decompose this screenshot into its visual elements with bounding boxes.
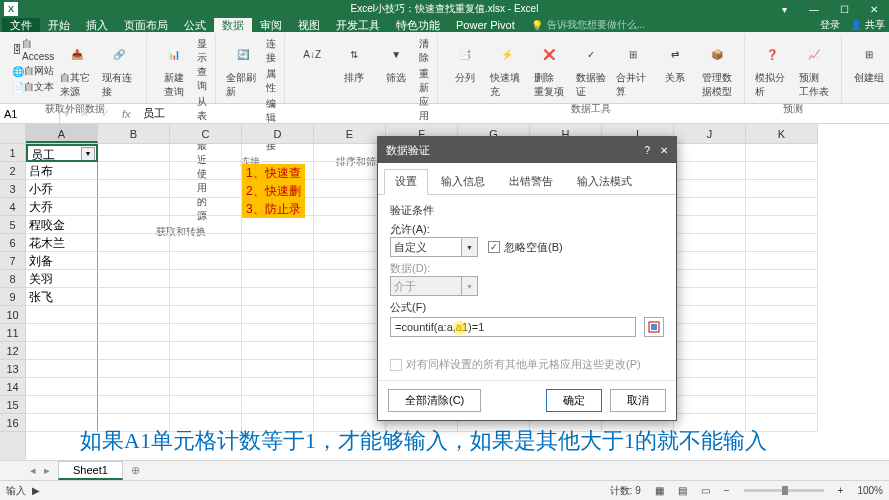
dialog-help-button[interactable]: ? [644, 145, 650, 156]
add-sheet-button[interactable]: ⊕ [123, 464, 148, 477]
sheet-nav-next-icon[interactable]: ▸ [44, 464, 50, 477]
view-page-icon[interactable]: ▤ [678, 485, 687, 496]
range-selector-button[interactable] [644, 317, 664, 337]
accept-formula-icon[interactable]: ✓ [95, 107, 116, 120]
cell[interactable] [746, 288, 818, 306]
cell[interactable]: 张飞 [26, 288, 98, 306]
ribbon-options-icon[interactable]: ▾ [769, 0, 799, 18]
cell[interactable] [746, 234, 818, 252]
row-header-5[interactable]: 5 [0, 216, 25, 234]
cell[interactable]: 员工▼ [26, 144, 98, 162]
cell[interactable]: 花木兰 [26, 234, 98, 252]
cell[interactable] [746, 324, 818, 342]
cancel-formula-icon[interactable]: ✕ [74, 107, 95, 120]
cell[interactable] [746, 396, 818, 414]
cell[interactable] [746, 144, 818, 162]
tab-insert[interactable]: 插入 [78, 18, 116, 32]
cell[interactable] [674, 162, 746, 180]
maximize-button[interactable]: ☐ [829, 0, 859, 18]
cell[interactable] [98, 198, 170, 216]
row-header-3[interactable]: 3 [0, 180, 25, 198]
cell[interactable] [170, 252, 242, 270]
cell[interactable] [314, 288, 386, 306]
macro-record-icon[interactable]: ▶ [32, 485, 40, 496]
cell[interactable] [674, 252, 746, 270]
tab-home[interactable]: 开始 [40, 18, 78, 32]
cell[interactable] [242, 252, 314, 270]
cell[interactable] [314, 198, 386, 216]
cell[interactable] [170, 306, 242, 324]
cell[interactable] [170, 270, 242, 288]
cell[interactable] [98, 180, 170, 198]
clear-all-button[interactable]: 全部清除(C) [388, 389, 481, 412]
cell[interactable] [170, 342, 242, 360]
cell[interactable] [170, 324, 242, 342]
dialog-titlebar[interactable]: 数据验证 ? ✕ [378, 137, 676, 163]
cell[interactable] [242, 306, 314, 324]
col-header-B[interactable]: B [98, 124, 170, 143]
from-text-button[interactable]: 📄自文本 [10, 79, 56, 95]
fx-button[interactable]: fx [116, 108, 137, 120]
cell[interactable]: 关羽 [26, 270, 98, 288]
cell[interactable] [170, 162, 242, 180]
cell[interactable] [674, 396, 746, 414]
tab-powerpivot[interactable]: Power Pivot [448, 18, 523, 32]
cell[interactable] [746, 342, 818, 360]
select-all-corner[interactable] [0, 124, 26, 144]
cancel-button[interactable]: 取消 [610, 389, 666, 412]
new-query-button[interactable]: 📊新建 查询 [153, 36, 195, 101]
col-header-J[interactable]: J [674, 124, 746, 143]
cell[interactable]: 小乔 [26, 180, 98, 198]
cell[interactable] [314, 360, 386, 378]
cell[interactable] [314, 252, 386, 270]
row-header-6[interactable]: 6 [0, 234, 25, 252]
row-header-16[interactable]: 16 [0, 414, 25, 432]
formula-input[interactable]: 员工 [137, 106, 889, 121]
col-header-D[interactable]: D [242, 124, 314, 143]
cell[interactable] [170, 378, 242, 396]
cell[interactable] [242, 360, 314, 378]
clear-filter-button[interactable]: 清除 [417, 36, 431, 66]
row-header-9[interactable]: 9 [0, 288, 25, 306]
cell[interactable] [746, 378, 818, 396]
cell[interactable] [242, 324, 314, 342]
cell[interactable] [314, 306, 386, 324]
row-header-8[interactable]: 8 [0, 270, 25, 288]
other-sources-button[interactable]: 📥自其它来源 [56, 36, 98, 101]
cell[interactable] [674, 180, 746, 198]
row-header-15[interactable]: 15 [0, 396, 25, 414]
sort-az-button[interactable]: A↓Z [291, 36, 333, 73]
cell[interactable] [314, 234, 386, 252]
row-header-12[interactable]: 12 [0, 342, 25, 360]
cell[interactable] [242, 396, 314, 414]
cell[interactable]: 大乔 [26, 198, 98, 216]
cell[interactable] [170, 234, 242, 252]
cell[interactable] [746, 198, 818, 216]
cell[interactable] [674, 270, 746, 288]
dialog-close-button[interactable]: ✕ [660, 145, 668, 156]
cell[interactable] [26, 342, 98, 360]
formula-input-field[interactable]: =countif(a:a,a1)=1 [390, 317, 636, 337]
row-header-13[interactable]: 13 [0, 360, 25, 378]
cell[interactable] [170, 198, 242, 216]
from-web-button[interactable]: 🌐自网站 [10, 63, 56, 79]
tell-me-search[interactable]: 💡 告诉我您想要做什么... [531, 18, 645, 32]
tab-error-alert[interactable]: 出错警告 [498, 169, 564, 194]
cell[interactable] [674, 360, 746, 378]
refresh-all-button[interactable]: 🔄全部刷新 [222, 36, 264, 101]
cell[interactable] [98, 306, 170, 324]
cell[interactable] [98, 342, 170, 360]
connections-button[interactable]: 连接 [264, 36, 278, 66]
row-header-10[interactable]: 10 [0, 306, 25, 324]
row-header-2[interactable]: 2 [0, 162, 25, 180]
cell[interactable] [314, 270, 386, 288]
tab-formula[interactable]: 公式 [176, 18, 214, 32]
tab-special[interactable]: 特色功能 [388, 18, 448, 32]
group-button[interactable]: ⊞创建组 [848, 36, 889, 87]
cell[interactable] [314, 342, 386, 360]
forecast-button[interactable]: 📈预测 工作表 [793, 36, 835, 101]
cell[interactable] [314, 216, 386, 234]
text-to-columns-button[interactable]: 📑分列 [444, 36, 486, 87]
col-header-E[interactable]: E [314, 124, 386, 143]
cell[interactable]: 程咬金 [26, 216, 98, 234]
